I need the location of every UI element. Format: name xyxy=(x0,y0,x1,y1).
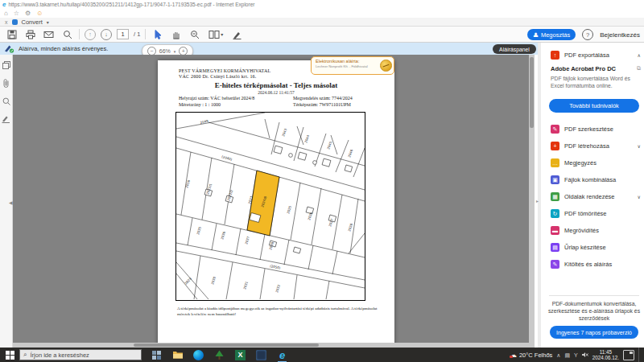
next-page-button[interactable]: ↓ xyxy=(101,29,112,40)
clock-date: 2024.06.12. xyxy=(592,355,619,360)
order-number-field: Megrendelés szám: 7744/2024 xyxy=(293,96,353,101)
prepare-form-icon: ▤ xyxy=(551,243,559,252)
convert-icon xyxy=(12,19,18,25)
bookmarks-icon[interactable] xyxy=(2,97,10,105)
tool-compress-pdf[interactable]: ↻ PDF tömörítése xyxy=(551,208,641,219)
start-button[interactable] xyxy=(0,351,19,360)
sign-tool-button[interactable] xyxy=(230,28,244,40)
clock-time: 11:45 xyxy=(592,349,619,355)
office-name: PEST VÁRMEGYEI KORMÁNYHIVATAL xyxy=(179,68,270,73)
fill-sign-icon: ✎ xyxy=(551,260,559,269)
learn-more-button[interactable]: További tudnivalók xyxy=(549,99,639,113)
help-button[interactable]: ? xyxy=(582,29,593,40)
parcel-label: 2046 xyxy=(347,149,353,158)
page-thumbnails-icon[interactable] xyxy=(2,61,10,69)
acrobat-promo: Adobe Acrobat Pro DC ⧉ PDF fájlok konver… xyxy=(551,65,639,89)
convert-button[interactable]: Convert xyxy=(22,19,43,26)
parcel-number-field: Helyrajzi szám: VÁC belterület 2024/8 xyxy=(179,96,254,101)
attachments-icon[interactable] xyxy=(2,79,10,88)
collapse-pane-icon[interactable]: ◀ xyxy=(9,200,13,205)
horizontal-scrollbar-thumb[interactable] xyxy=(134,343,319,347)
zoom-tool-button[interactable] xyxy=(188,28,201,40)
tool-fill-sign[interactable]: ✎ Kitöltés és aláírás xyxy=(551,258,641,269)
tray-expand-icon[interactable]: ∧ xyxy=(556,352,560,358)
close-toolbar-icon[interactable]: x xyxy=(5,19,8,25)
tool-combine-files[interactable]: ▣ Fájlok kombinálása xyxy=(551,174,641,185)
save-button[interactable] xyxy=(5,28,19,40)
combine-files-icon: ▣ xyxy=(551,175,559,184)
free-trial-button[interactable]: Ingyenes 7 napos próbaverzió xyxy=(550,326,638,339)
sign-in-button[interactable]: Bejelentkezés xyxy=(600,31,640,39)
tray-language-icon[interactable]: Y xyxy=(574,352,578,358)
taskbar-excel[interactable]: X xyxy=(234,349,246,361)
action-center-icon[interactable] xyxy=(623,350,634,360)
document-datetime: 2024.06.12 11:41:57 xyxy=(158,90,394,95)
zoom-value[interactable]: 66% xyxy=(159,48,171,54)
tray-volume-icon[interactable] xyxy=(582,352,588,359)
tool-label: PDF exportálása xyxy=(564,51,609,59)
settings-gear-icon[interactable]: ⚙ xyxy=(25,10,31,17)
parcel-label: 2044 xyxy=(303,134,310,144)
signature-status-bar: Aláírva, minden aláírás érvényes. xyxy=(0,43,538,55)
page-display-button[interactable]: ▾ xyxy=(206,28,225,40)
taskbar-app-grid[interactable] xyxy=(151,349,163,361)
zoom-caret-icon[interactable]: ▾ xyxy=(174,49,176,54)
tool-organize-pages[interactable]: ▦ Oldalak rendezése ∨ xyxy=(551,191,641,202)
taskbar-internet-explorer[interactable]: e xyxy=(276,349,288,361)
vertical-scrollbar[interactable] xyxy=(529,55,535,348)
search-icon: ⌕ xyxy=(23,352,27,358)
share-button[interactable]: 👤︎ Megosztás xyxy=(527,29,576,40)
tool-edit-pdf[interactable]: ✎ PDF szerkesztése xyxy=(551,123,641,134)
taskbar-clock[interactable]: 11:45 2024.06.12. xyxy=(592,349,619,360)
edit-pdf-icon: ✎ xyxy=(551,125,559,134)
chevron-down-icon: ∨ xyxy=(638,194,641,200)
create-pdf-icon: + xyxy=(551,142,559,150)
browser-titlebar: e https://www3.takarnet.hu/tullap/400352… xyxy=(0,0,644,9)
find-button[interactable] xyxy=(60,28,74,40)
home-icon[interactable]: ⌂ xyxy=(4,10,8,17)
document-viewport[interactable]: PEST VÁRMEGYEI KORMÁNYHIVATAL VÁC 2600 D… xyxy=(13,55,535,348)
taskbar-edge[interactable] xyxy=(192,349,204,361)
parcel-label: 2035 xyxy=(196,226,202,236)
taskbar-search-input[interactable]: ⌕ Írjon ide a kereséshez xyxy=(19,349,142,360)
taskbar-file-explorer[interactable] xyxy=(171,349,184,361)
stamp-line1: Elektronikusan aláírta: xyxy=(316,59,378,64)
tool-label: Kitöltés és aláírás xyxy=(564,261,612,268)
convert-caret-icon[interactable]: ▾ xyxy=(47,19,49,25)
panel-collapse-icon[interactable]: ▸ xyxy=(536,198,539,204)
parcel-label: 2025 xyxy=(286,205,292,215)
redact-icon: ▬ xyxy=(551,226,559,235)
previous-page-button[interactable]: ↑ xyxy=(85,29,96,40)
stamp-line2: Lechner Nonprofit Kft. - Földhivatal xyxy=(316,64,378,68)
select-tool-button[interactable] xyxy=(151,28,164,40)
hand-tool-button[interactable] xyxy=(169,28,183,40)
scale-field: Méretarány : 1 : 1000 xyxy=(179,102,221,107)
vertical-scrollbar-thumb[interactable] xyxy=(530,57,534,128)
signature-panel-button[interactable]: Aláíráspanel xyxy=(493,44,536,54)
taskbar-weather[interactable]: ☁ 20°C Felhős xyxy=(510,352,552,359)
tool-create-pdf[interactable]: + PDF létrehozása ∨ xyxy=(551,140,641,151)
share-label: Megosztás xyxy=(541,31,570,39)
email-button[interactable] xyxy=(42,28,56,40)
signatures-icon[interactable] xyxy=(2,115,10,123)
cadastral-map: 20492043204420452046(2040)20162022/12022… xyxy=(175,112,365,301)
convert-toolbar: x Convert ▾ xyxy=(0,18,644,27)
show-desktop-button[interactable] xyxy=(638,348,642,362)
print-button[interactable] xyxy=(23,28,37,40)
tool-comment[interactable]: … Megjegyzés xyxy=(551,157,641,168)
toolbar-divider xyxy=(79,29,80,39)
taskbar-green-app[interactable] xyxy=(213,349,225,361)
parcel-label: 2030 xyxy=(210,276,217,286)
smiley-icon[interactable]: ☺ xyxy=(36,10,43,17)
tool-redact[interactable]: ▬ Megrövidítés xyxy=(551,224,641,236)
tool-label: PDF létrehozása xyxy=(564,142,609,150)
favorites-star-icon[interactable]: ☆ xyxy=(14,10,19,17)
parcel-label: 2028 xyxy=(347,223,353,232)
taskbar-dark-app[interactable] xyxy=(255,349,267,361)
browser-favorites-row: ⌂ ☆ ⚙ ☺ xyxy=(0,9,644,18)
parcel-label: (2040) xyxy=(221,154,233,162)
tray-display-icon[interactable]: ▤ xyxy=(564,352,570,358)
tool-export-pdf[interactable]: ↑ PDF exportálása ∧ xyxy=(551,49,641,60)
page-number-input[interactable]: 1 xyxy=(117,29,129,39)
tool-prepare-form[interactable]: ▤ Űrlap készítése xyxy=(551,241,641,253)
